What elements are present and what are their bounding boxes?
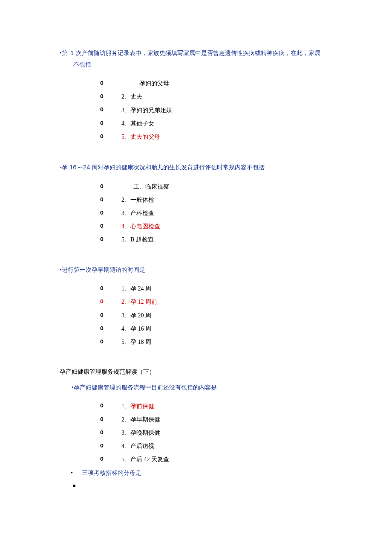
option-row: O 孕妇的父母 (100, 78, 332, 89)
options-list-3: O 1、孕 24 周 O 2、孕 12 周前 O 3、孕 20 周 O 4、孕 … (100, 283, 332, 347)
option-row: O 1、孕前保健 (100, 401, 332, 412)
trailing-question-block: • 三项考核指标的分母是 ■ (71, 468, 332, 490)
bullet-icon: O (100, 401, 121, 411)
bullet-icon: O (100, 182, 121, 192)
option-row: O 5、产后 42 天复查 (100, 454, 332, 465)
option-text: 3、孕妇的兄弟姐妹 (121, 105, 172, 116)
option-row: O 5、孕 18 周 (100, 337, 332, 347)
option-row: O 2、丈夫 (100, 91, 332, 102)
prompt-num: 16～24 (69, 163, 90, 171)
question-block-1: •第 1 次产前随访服务记录表中，家族史须填写家属中是否曾患遗传性疾病或精神疾病… (60, 47, 332, 142)
prompt-pre: •第 (60, 50, 68, 56)
option-row: O 3、孕晚期保健 (100, 427, 332, 438)
sub-question-text: •孕产妇健康管理的服务流程中目前还没有包括的内容是 (72, 384, 217, 391)
bullet-icon: O (100, 441, 121, 451)
option-row: O 工、临床视察 (100, 181, 332, 192)
bullet-icon: O (100, 132, 121, 142)
option-row: O 3、孕妇的兄弟姐妹 (100, 105, 332, 116)
section-heading: 孕产妇健康管理服务规范解读（下） (60, 366, 332, 377)
bullet-icon: O (100, 92, 121, 102)
question-prompt-1: •第 1 次产前随访服务记录表中，家族史须填写家属中是否曾患遗传性疾病或精神疾病… (60, 47, 332, 70)
option-row: O 4、心电图检查 (100, 221, 332, 232)
option-text: 5、产后 42 天复查 (121, 454, 169, 465)
option-text: 2、一般体检 (121, 195, 154, 205)
option-text-answer: 1、孕前保健 (121, 401, 154, 412)
option-row-answer: O 2、孕 12 周前 (100, 296, 332, 307)
option-text-answer: 5、丈夫的父母 (121, 131, 160, 142)
bullet-icon: O (100, 454, 121, 464)
prompt-num: 1 (69, 49, 76, 56)
prompt-line2: 不包括 (60, 59, 332, 71)
options-list-1: O 孕妇的父母 O 2、丈夫 O 3、孕妇的兄弟姐妹 O 4、其他子女 O 5、… (100, 78, 332, 142)
prompt-post: 次产前随访服务记录表中，家族史须填写家属中是否曾患遗传性疾病或精神疾病，在此，家… (76, 50, 320, 56)
dot-icon: • (71, 468, 82, 478)
bullet-icon: O (100, 119, 121, 128)
option-row: O 5、丈夫的父母 (100, 131, 332, 142)
square-icon: ■ (73, 482, 76, 490)
option-row: O 1、孕 24 周 (100, 283, 332, 294)
document-page: •第 1 次产前随访服务记录表中，家族史须填写家属中是否曾患遗传性疾病或精神疾病… (0, 0, 392, 518)
option-row: O 2、一般体检 (100, 195, 332, 205)
bullet-icon: O (100, 105, 121, 115)
option-text: 3、孕晚期保健 (121, 427, 160, 438)
option-text: 2、丈夫 (121, 91, 142, 102)
bullet-icon: O (100, 78, 121, 88)
option-row: O 2、孕早期保健 (100, 414, 332, 425)
option-text: 4、产后访视 (121, 441, 154, 451)
option-text-answer: 4、心电图检查 (121, 221, 160, 232)
bullet-icon: O (100, 221, 121, 231)
question-prompt-2: ·孕 16～24 周对孕妇的健康状况和胎儿的生长发育进行评估时常规内容不包括 (60, 161, 332, 174)
option-text: 3、产科检查 (121, 208, 154, 218)
option-text: 5、B 超检查 (121, 234, 154, 245)
option-row: O 4、孕 16 周 (100, 323, 332, 334)
question-block-3: •进行第一次孕早期随访的时间是 O 1、孕 24 周 O 2、孕 12 周前 O… (60, 264, 332, 348)
bullet-icon: O (100, 415, 121, 424)
trailing-row-2: ■ (71, 482, 332, 490)
bullet-icon: O (100, 195, 121, 205)
option-text: 3、孕 20 周 (121, 310, 151, 321)
bullet-icon: O (100, 324, 121, 334)
question-block-2: ·孕 16～24 周对孕妇的健康状况和胎儿的生长发育进行评估时常规内容不包括 O… (60, 161, 332, 245)
option-text: 孕妇的父母 (121, 78, 169, 89)
bullet-icon: O (100, 235, 121, 244)
prompt-post: 周对孕妇的健康状况和胎儿的生长发育进行评估时常规内容不包括 (90, 164, 265, 171)
bullet-icon: O (100, 311, 121, 320)
option-row: O 4、其他子女 (100, 118, 332, 129)
option-row: O 4、产后访视 (100, 441, 332, 451)
bullet-icon: O (100, 297, 121, 307)
bullet-icon: O (100, 337, 121, 347)
bullet-icon: O (100, 208, 121, 218)
prompt-pre: ·孕 (60, 164, 69, 171)
option-text: 2、孕早期保健 (121, 414, 160, 425)
question-prompt-3: •进行第一次孕早期随访的时间是 (60, 264, 332, 276)
option-row: O 5、B 超检查 (100, 234, 332, 245)
trailing-question-text: 三项考核指标的分母是 (82, 468, 141, 478)
option-text: 1、孕 24 周 (121, 283, 151, 294)
option-text: 5、孕 18 周 (121, 337, 151, 347)
prompt-post: •进行第一次孕早期随访的时间是 (60, 267, 145, 273)
bullet-icon: O (100, 284, 121, 293)
options-list-2: O 工、临床视察 O 2、一般体检 O 3、产科检查 O 4、心电图检查 O 5… (100, 181, 332, 245)
option-text: 4、其他子女 (121, 118, 154, 129)
trailing-row-1: • 三项考核指标的分母是 (71, 468, 332, 478)
sub-question-prompt: •孕产妇健康管理的服务流程中目前还没有包括的内容是 (71, 382, 332, 393)
option-text: 4、孕 16 周 (121, 323, 151, 334)
option-row: O 3、产科检查 (100, 208, 332, 218)
option-text-answer: 2、孕 12 周前 (121, 296, 157, 307)
option-text: 工、临床视察 (121, 181, 169, 192)
sub-options-list: O 1、孕前保健 O 2、孕早期保健 O 3、孕晚期保健 O 4、产后访视 O … (100, 401, 332, 465)
option-row: O 3、孕 20 周 (100, 310, 332, 321)
bullet-icon: O (100, 428, 121, 438)
